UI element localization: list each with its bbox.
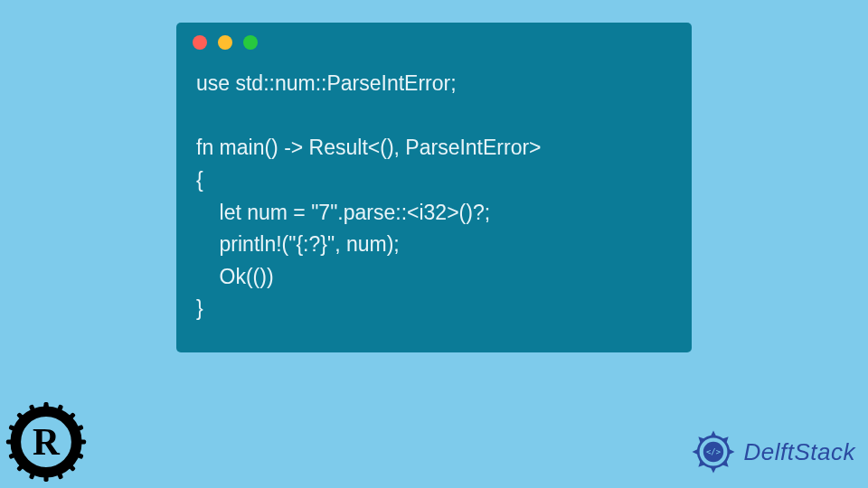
svg-rect-5: [43, 472, 48, 482]
svg-rect-6: [6, 439, 16, 444]
code-window: use std::num::ParseIntError; fn main() -…: [176, 23, 692, 352]
minimize-icon: [218, 35, 232, 50]
window-titlebar: [176, 23, 692, 55]
code-line: fn main() -> Result<(), ParseIntError>: [196, 136, 542, 159]
rust-logo-icon: R: [5, 401, 87, 483]
code-line: println!("{:?}", num);: [196, 232, 400, 256]
delftstack-icon: </>: [688, 427, 739, 477]
zoom-icon: [243, 35, 258, 50]
code-line: Ok(()): [196, 265, 274, 288]
svg-rect-7: [76, 439, 86, 444]
svg-text:</>: </>: [705, 447, 720, 456]
delftstack-text: DelftStack: [744, 438, 856, 466]
code-line: use std::num::ParseIntError;: [196, 71, 457, 95]
code-line: }: [196, 296, 203, 320]
code-line: {: [196, 168, 203, 192]
delftstack-logo: </> DelftStack: [688, 427, 856, 477]
svg-rect-4: [43, 402, 48, 412]
close-icon: [193, 35, 207, 50]
code-line: let num = "7".parse::<i32>()?;: [196, 201, 490, 224]
code-block: use std::num::ParseIntError; fn main() -…: [176, 55, 692, 334]
svg-text:R: R: [33, 421, 61, 463]
